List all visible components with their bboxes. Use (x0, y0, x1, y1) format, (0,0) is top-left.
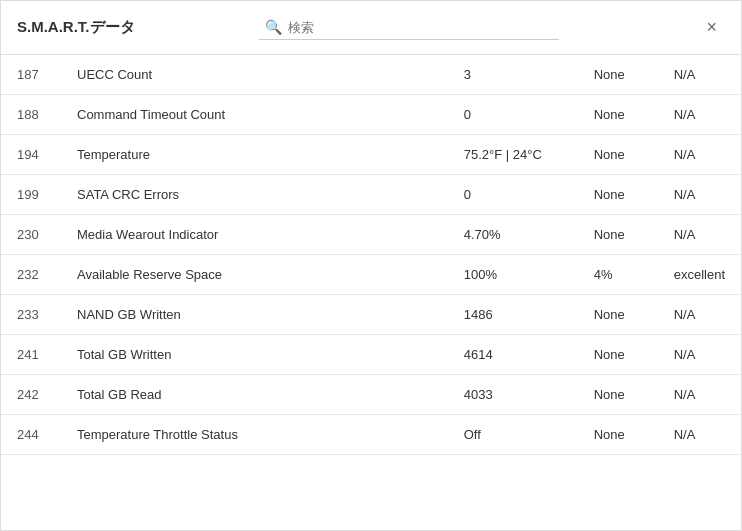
row-status: N/A (658, 95, 741, 135)
row-value: 3 (448, 55, 578, 95)
modal-header: S.M.A.R.T.データ 🔍 × (1, 1, 741, 55)
row-threshold: None (578, 215, 658, 255)
row-threshold: None (578, 415, 658, 455)
row-status: N/A (658, 335, 741, 375)
row-id: 244 (1, 415, 61, 455)
row-name: Available Reserve Space (61, 255, 448, 295)
row-status: N/A (658, 135, 741, 175)
row-id: 194 (1, 135, 61, 175)
table-row: 241Total GB Written4614NoneN/A (1, 335, 741, 375)
table-container: 187UECC Count3NoneN/A188Command Timeout … (1, 55, 741, 530)
smart-data-modal: S.M.A.R.T.データ 🔍 × 187UECC Count3NoneN/A1… (0, 0, 742, 531)
row-status: N/A (658, 295, 741, 335)
row-threshold: None (578, 95, 658, 135)
row-threshold: None (578, 175, 658, 215)
row-status: N/A (658, 415, 741, 455)
row-threshold: None (578, 295, 658, 335)
row-value: 0 (448, 95, 578, 135)
row-name: UECC Count (61, 55, 448, 95)
table-row: 230Media Wearout Indicator4.70%NoneN/A (1, 215, 741, 255)
row-id: 242 (1, 375, 61, 415)
row-status: N/A (658, 375, 741, 415)
smart-table: 187UECC Count3NoneN/A188Command Timeout … (1, 55, 741, 455)
search-icon: 🔍 (265, 19, 282, 35)
row-value: 1486 (448, 295, 578, 335)
row-status: N/A (658, 55, 741, 95)
table-row: 232Available Reserve Space100%4%excellen… (1, 255, 741, 295)
row-id: 187 (1, 55, 61, 95)
table-row: 188Command Timeout Count0NoneN/A (1, 95, 741, 135)
row-name: Command Timeout Count (61, 95, 448, 135)
row-name: Temperature (61, 135, 448, 175)
row-value: Off (448, 415, 578, 455)
close-button[interactable]: × (698, 13, 725, 42)
row-id: 233 (1, 295, 61, 335)
row-value: 75.2°F | 24°C (448, 135, 578, 175)
row-name: NAND GB Written (61, 295, 448, 335)
row-value: 0 (448, 175, 578, 215)
row-value: 100% (448, 255, 578, 295)
row-name: Media Wearout Indicator (61, 215, 448, 255)
row-status: N/A (658, 175, 741, 215)
row-id: 199 (1, 175, 61, 215)
row-id: 232 (1, 255, 61, 295)
table-row: 187UECC Count3NoneN/A (1, 55, 741, 95)
row-name: SATA CRC Errors (61, 175, 448, 215)
table-row: 233NAND GB Written1486NoneN/A (1, 295, 741, 335)
search-container: 🔍 (259, 15, 559, 40)
table-row: 194Temperature75.2°F | 24°CNoneN/A (1, 135, 741, 175)
table-row: 242Total GB Read4033NoneN/A (1, 375, 741, 415)
row-value: 4033 (448, 375, 578, 415)
row-threshold: None (578, 55, 658, 95)
table-row: 244Temperature Throttle StatusOffNoneN/A (1, 415, 741, 455)
row-threshold: None (578, 375, 658, 415)
row-id: 241 (1, 335, 61, 375)
row-name: Temperature Throttle Status (61, 415, 448, 455)
row-threshold: None (578, 135, 658, 175)
row-threshold: None (578, 335, 658, 375)
search-input[interactable] (288, 20, 553, 35)
row-threshold: 4% (578, 255, 658, 295)
row-status: N/A (658, 215, 741, 255)
row-status: excellent (658, 255, 741, 295)
row-name: Total GB Written (61, 335, 448, 375)
row-value: 4.70% (448, 215, 578, 255)
row-id: 230 (1, 215, 61, 255)
modal-title: S.M.A.R.T.データ (17, 18, 135, 37)
row-name: Total GB Read (61, 375, 448, 415)
table-row: 199SATA CRC Errors0NoneN/A (1, 175, 741, 215)
row-id: 188 (1, 95, 61, 135)
row-value: 4614 (448, 335, 578, 375)
